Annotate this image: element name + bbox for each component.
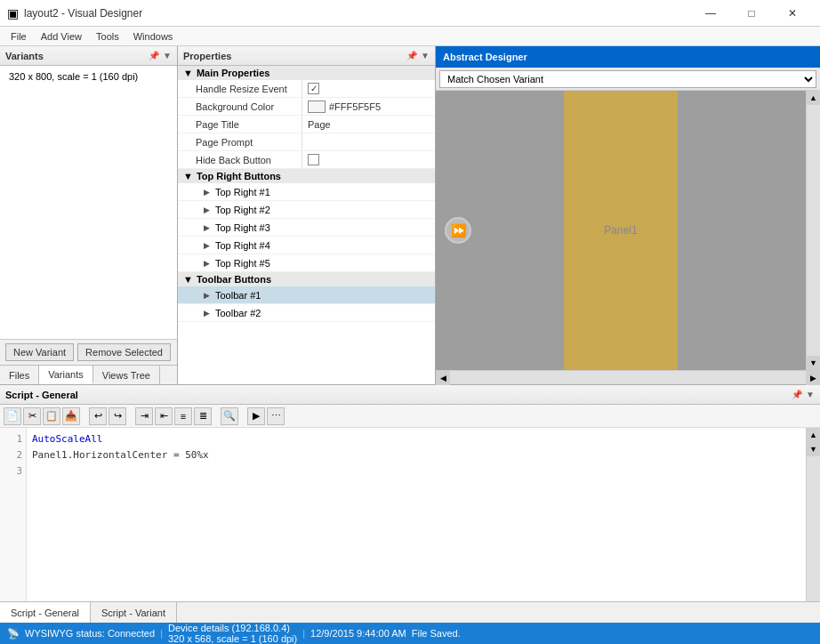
designer-header-label: Abstract Designer [443,52,527,62]
top-right-2[interactable]: ▶ Top Right #2 [178,201,435,219]
variant-item[interactable]: 320 x 800, scale = 1 (160 dpi) [5,69,172,84]
line-num-2: 2 [0,447,26,463]
device-info: Device details (192.168.0.4) 320 x 568, … [168,623,297,644]
script-pin-icon[interactable]: 📌 [792,390,802,399]
script-tool-redo[interactable]: ↪ [109,407,126,425]
script-toolbar: 📄 ✂ 📋 📥 ↩ ↪ ⇥ ⇤ ≡ ≣ 🔍 ▶ ⋯ [0,405,820,428]
minimize-button[interactable]: — [690,0,731,27]
tab-script-variant[interactable]: Script - Variant [91,602,177,623]
tab-variants[interactable]: Variants [39,366,93,384]
toolbar-2[interactable]: ▶ Toolbar #2 [178,304,435,322]
code-line-3 [32,463,800,479]
script-panel: Script - General 📌 ▼ 📄 ✂ 📋 📥 ↩ ↪ ⇥ ⇤ ≡ ≣… [0,384,820,623]
bottom-tabs: Script - General Script - Variant [0,601,820,623]
menu-addview[interactable]: Add View [34,29,89,44]
bg-color-value: #FFF5F5F5 [329,101,381,112]
variant-dropdown[interactable]: Match Chosen Variant 320x480 480x800 [439,70,816,88]
top-right-3[interactable]: ▶ Top Right #3 [178,219,435,237]
properties-panel: Properties 📌 ▼ ▼ Main Properties Handle … [178,46,436,384]
section-collapse-icon: ▼ [183,68,193,78]
code-editor[interactable]: AutoScaleAll Panel1.HorizontalCenter = 5… [27,428,806,601]
bg-color-swatch[interactable] [308,101,326,113]
variants-panel-header: Variants 📌 ▼ [0,46,177,66]
script-tool-cut[interactable]: ✂ [23,407,41,425]
menu-windows[interactable]: Windows [126,29,181,44]
script-tool-run[interactable]: ▶ [247,407,265,425]
prop-hide-back: Hide Back Button [178,151,435,169]
designer-canvas[interactable]: ⏩ Label1 Panel1 Label2 [436,91,806,370]
handle-resize-checkbox[interactable] [308,83,319,94]
menu-file[interactable]: File [4,29,34,44]
script-tool-debug[interactable]: ⋯ [267,407,285,425]
designer-hscrollbar[interactable]: ◀ ▶ [436,370,820,384]
tab-script-general[interactable]: Script - General [0,602,91,623]
script-tool-align[interactable]: ≡ [174,407,192,425]
prop-bg-color: Background Color #FFF5F5F5 [178,98,435,116]
script-tool-indent[interactable]: ⇥ [135,407,153,425]
section-toolbar-buttons[interactable]: ▼ Toolbar Buttons [178,272,435,286]
statusbar: 📡 WYSIWYG status: Connected | Device det… [0,623,820,644]
phone-frame: Label1 Panel1 Label2 [564,91,678,370]
expand-arrow-5: ▶ [201,258,212,269]
properties-pin-icon[interactable]: 📌 [406,51,417,60]
script-tool-search[interactable]: 🔍 [221,407,238,425]
menubar: File Add View Tools Windows [0,27,820,46]
section-tb-collapse-icon: ▼ [183,274,193,285]
script-tool-paste[interactable]: 📥 [62,407,80,425]
properties-menu-icon[interactable]: ▼ [421,51,430,60]
scroll-left-arrow[interactable]: ◀ [436,371,450,385]
section-main-properties[interactable]: ▼ Main Properties [178,66,435,80]
script-scroll-up[interactable]: ▲ [807,428,820,442]
section-top-right-buttons[interactable]: ▼ Top Right Buttons [178,169,435,183]
script-tool-undo[interactable]: ↩ [89,407,107,425]
hide-back-checkbox[interactable] [308,154,319,165]
new-variant-button[interactable]: New Variant [5,343,74,361]
menu-tools[interactable]: Tools [89,29,126,44]
panel1-widget[interactable]: Panel1 [564,91,678,370]
tab-files[interactable]: Files [0,366,39,384]
scroll-down-arrow[interactable]: ▼ [807,356,820,370]
remove-selected-button[interactable]: Remove Selected [77,343,171,361]
pin-icon[interactable]: 📌 [149,51,159,60]
script-tool-align2[interactable]: ≣ [194,407,212,425]
variants-menu-icon[interactable]: ▼ [163,51,172,60]
top-right-5[interactable]: ▶ Top Right #5 [178,254,435,272]
prop-page-title: Page Title Page [178,116,435,133]
titlebar: ▣ layout2 - Visual Designer — □ ✕ [0,0,820,27]
scroll-track[interactable] [807,105,820,356]
left-tabs: Files Variants Views Tree [0,365,177,384]
script-header-label: Script - General [5,390,78,400]
toolbar-1[interactable]: ▶ Toolbar #1 [178,286,435,304]
top-right-1[interactable]: ▶ Top Right #1 [178,183,435,201]
wysiwyg-status: WYSIWYG status: Connected [25,628,155,639]
expand-arrow-4: ▶ [201,240,212,251]
designer-panel-header: Abstract Designer [436,46,820,68]
close-button[interactable]: ✕ [772,0,813,27]
window-controls: — □ ✕ [690,0,813,27]
scroll-right-arrow[interactable]: ▶ [806,371,820,385]
line-num-1: 1 [0,431,26,447]
script-tool-outdent[interactable]: ⇤ [155,407,173,425]
scroll-up-arrow[interactable]: ▲ [807,91,820,105]
line-num-3: 3 [0,463,26,479]
line-numbers: 1 2 3 [0,428,27,601]
section-tr-collapse-icon: ▼ [183,171,193,181]
script-tool-copy[interactable]: 📋 [43,407,60,425]
file-saved: File Saved. [412,628,461,639]
tab-views-tree[interactable]: Views Tree [93,366,160,384]
designer-panel: Abstract Designer Match Chosen Variant 3… [436,46,820,384]
expand-arrow-2: ▶ [201,205,212,215]
prop-page-prompt: Page Prompt [178,133,435,151]
variants-header-label: Variants [5,51,44,61]
script-tool-new[interactable]: 📄 [4,407,21,425]
script-scrollbar[interactable]: ▲ ▼ [806,428,820,601]
properties-content: ▼ Main Properties Handle Resize Event Ba… [178,66,435,384]
fast-forward-button[interactable]: ⏩ [445,217,471,244]
designer-scrollbar[interactable]: ▲ ▼ [806,91,820,370]
expand-arrow-1: ▶ [201,187,212,197]
script-scroll-down[interactable]: ▼ [807,442,820,456]
script-menu-icon[interactable]: ▼ [806,390,815,399]
top-right-4[interactable]: ▶ Top Right #4 [178,237,435,254]
variants-content: 320 x 800, scale = 1 (160 dpi) [0,66,177,339]
maximize-button[interactable]: □ [731,0,772,27]
